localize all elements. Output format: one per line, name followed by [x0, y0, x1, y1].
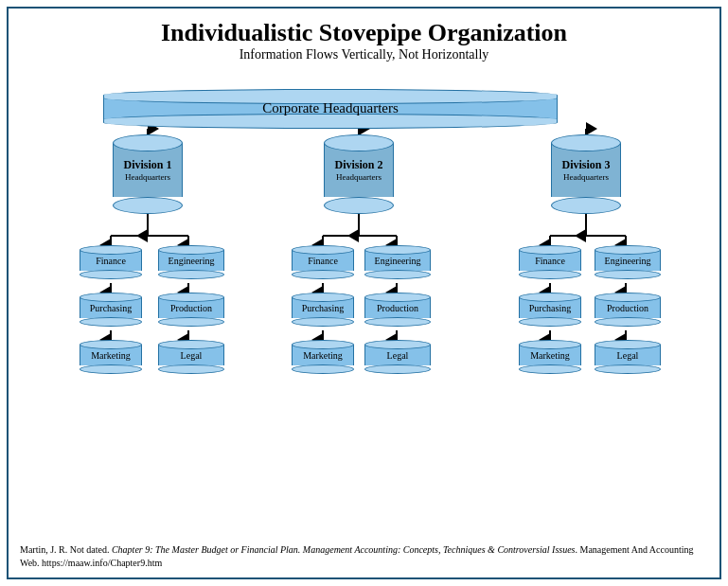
d3-legal: Legal [595, 340, 661, 374]
d2-marketing: Marketing [292, 340, 354, 374]
d3-engineering: Engineering [595, 245, 661, 279]
division1-cylinder: Division 1 Headquarters [113, 134, 183, 214]
d1-engineering: Engineering [158, 245, 224, 279]
d3-marketing: Marketing [519, 340, 581, 374]
page-title: Individualistic Stovepipe Organization [9, 9, 719, 47]
diagram-area: Corporate Headquarters Division 1 Headqu… [9, 70, 719, 524]
citation: Martin, J. R. Not dated. Chapter 9: The … [20, 543, 701, 570]
d2-purchasing: Purchasing [292, 293, 354, 327]
d1-legal: Legal [158, 340, 224, 374]
d1-marketing: Marketing [80, 340, 142, 374]
division2-cylinder: Division 2 Headquarters [324, 134, 394, 214]
d3-finance: Finance [519, 245, 581, 279]
main-container: Individualistic Stovepipe Organization I… [7, 7, 721, 579]
division1-sub: Headquarters [125, 172, 170, 182]
division3-label: Division 3 [561, 158, 610, 172]
d3-purchasing: Purchasing [519, 293, 581, 327]
d1-production: Production [158, 293, 224, 327]
division3-sub: Headquarters [563, 172, 609, 182]
division3-cylinder: Division 3 Headquarters [551, 134, 621, 214]
division2-sub: Headquarters [336, 172, 382, 182]
d2-engineering: Engineering [364, 245, 431, 279]
page-subtitle: Information Flows Vertically, Not Horizo… [9, 47, 719, 62]
d1-finance: Finance [80, 245, 142, 279]
d2-production: Production [364, 293, 431, 327]
d1-purchasing: Purchasing [80, 293, 142, 327]
hq-label: Corporate Headquarters [103, 100, 558, 116]
d3-production: Production [595, 293, 661, 327]
division2-label: Division 2 [334, 158, 382, 172]
corporate-hq: Corporate Headquarters [103, 89, 558, 129]
d2-finance: Finance [292, 245, 354, 279]
division1-label: Division 1 [123, 158, 171, 172]
d2-legal: Legal [364, 340, 431, 374]
